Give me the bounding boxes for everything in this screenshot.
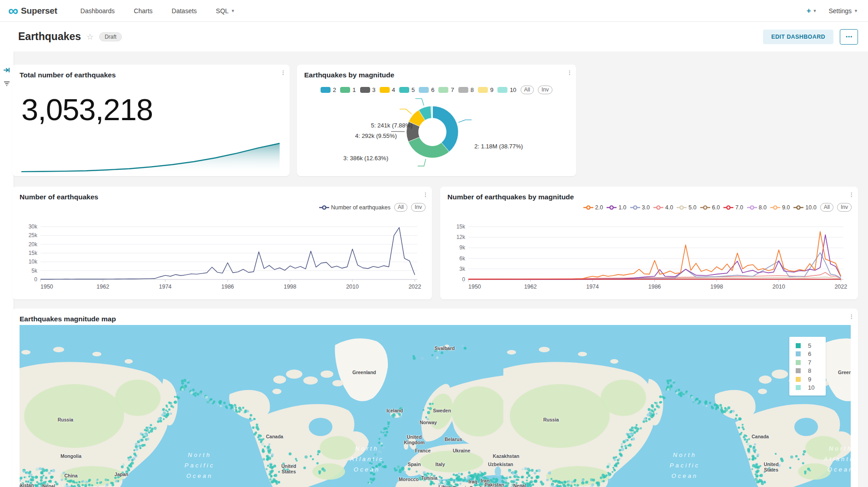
donut-slice-1[interactable] [408,137,449,158]
map-label-egypt: Egypt [453,485,466,487]
series-legend-7.0[interactable]: 7.0 [723,204,743,211]
chevron-down-icon: ▼ [813,9,817,13]
map-legend-item-6[interactable]: 6 [796,350,826,359]
map-legend-item-9[interactable]: 9 [796,375,826,384]
x-tick-label: 2010 [346,284,359,290]
x-tick-label: 1950 [40,284,53,290]
y-tick-label: 0 [462,276,465,283]
kebab-menu-icon[interactable]: ⁝ [850,192,853,198]
expand-filter-bar-button[interactable] [0,64,14,76]
legend-label: 2.0 [595,204,603,211]
legend-inv-button[interactable]: Inv [411,203,426,212]
chart-title: Number of earthquakes by magnitude [447,193,851,201]
series-line-1.0 [468,235,841,279]
map-label-tunisia: Tunisia [421,475,437,481]
brand-name: Superset [21,6,57,16]
legend-swatch [796,377,801,382]
donut-slice-2[interactable] [432,106,458,152]
map-legend-item-10[interactable]: 10 [796,384,826,392]
kebab-menu-icon[interactable]: ⁝ [568,70,571,76]
map-label-mongolia: Mongolia [60,453,81,459]
pie-callout-3: 3: 386k (12.63%) [343,155,388,162]
donut-chart[interactable]: 2: 1.18M (38.77%)1: 921k (30.16%)3: 386k… [297,92,576,176]
legend-label: 8 [808,367,811,374]
arrow-right-to-bar-icon [3,67,10,73]
multiline-chart[interactable]: 03k6k9k12k15k195019621974198619982010202… [445,222,850,297]
nav-item-charts[interactable]: Charts [124,7,162,15]
map-label-sweden: Sweden [433,408,451,413]
series-legend-2.0[interactable]: 2.0 [583,204,603,211]
x-tick-label: 1998 [284,284,296,290]
map-label-spain: Spain [408,462,421,467]
settings-menu[interactable]: Settings▼ [828,7,858,15]
map-label-united-states: United States [764,462,779,472]
map-label-morocco: Morocco [399,477,419,482]
x-tick-label: 1974 [159,284,172,290]
legend-line-marker [700,205,710,210]
legend-swatch [796,360,801,365]
trendline-sparkline [20,140,282,175]
map-label-united-states: United States [281,463,296,474]
favorite-star-icon[interactable]: ☆ [86,32,94,42]
map-label-canada: Canada [752,434,769,439]
nav-item-datasets[interactable]: Datasets [162,7,206,15]
kebab-menu-icon[interactable]: ⁝ [850,314,853,320]
kebab-menu-icon[interactable]: ⁝ [424,192,426,198]
legend-label: 8.0 [759,204,767,211]
line-chart[interactable]: 05k10k15k20k25k30k1950196219741986199820… [17,222,424,297]
legend-all-button[interactable]: All [820,203,833,212]
big-number-value: 3,053,218 [21,92,282,127]
series-legend-Number of earthquakes[interactable]: Number of earthquakes [319,204,391,211]
add-new-button[interactable]: +▼ [807,6,817,15]
legend-label: 5.0 [688,204,696,211]
map-legend-item-7[interactable]: 7 [796,358,826,367]
nav-menu: Dashboards Charts Datasets SQL▼ [71,7,245,15]
x-tick-label: 2022 [834,284,847,290]
map-legend-item-5[interactable]: 5 [796,341,826,350]
legend-swatch [796,385,801,390]
series-legend-10.0[interactable]: 10.0 [793,204,816,211]
map-label-ukraine: Ukraine [453,448,471,453]
world-map[interactable]: SvalbardGreenlandGreenlandRussiaRussiaIc… [20,325,851,487]
line-legend: Number of earthquakesAllInv [319,203,426,212]
y-tick-label: 10k [29,259,38,265]
legend-label: 9.0 [782,204,790,211]
chart-title: Total number of earthquakes [20,71,282,79]
filter-icon[interactable] [0,78,14,90]
map-label-greenland: Greenland [352,370,376,375]
legend-inv-button[interactable]: Inv [837,203,852,212]
map-label-china: China [64,473,77,478]
map-label-canada: Canada [266,434,283,439]
x-tick-label: 1986 [648,284,661,290]
series-legend-4.0[interactable]: 4.0 [653,204,673,211]
nav-item-sql[interactable]: SQL▼ [206,7,245,15]
legend-line-marker [770,205,780,210]
nav-item-dashboards[interactable]: Dashboards [71,7,125,15]
ocean-label: North Pacific Ocean [670,450,700,481]
x-tick-label: 2010 [773,284,785,290]
y-tick-label: 25k [29,232,38,238]
series-legend-3.0[interactable]: 3.0 [630,204,650,211]
superset-logo[interactable]: ∞ Superset [8,5,57,17]
series-legend-8.0[interactable]: 8.0 [747,204,767,211]
kebab-menu-icon[interactable]: ⁝ [282,70,284,76]
legend-swatch [796,368,801,373]
dashboard-more-button[interactable]: ⋯ [840,29,858,45]
map-legend-item-8[interactable]: 8 [796,367,826,375]
series-legend-5.0[interactable]: 5.0 [677,204,696,211]
series-legend-1.0[interactable]: 1.0 [607,204,626,211]
edit-dashboard-button[interactable]: EDIT DASHBOARD [763,30,833,44]
legend-label: 6.0 [712,204,720,211]
series-legend-6.0[interactable]: 6.0 [700,204,720,211]
legend-line-marker [723,205,733,210]
y-tick-label: 6k [459,255,466,262]
chart-card-number-of-earthquakes: Number of earthquakes ⁝ Number of earthq… [12,187,432,299]
chart-card-total-earthquakes: Total number of earthquakes ⁝ 3,053,218 [12,65,290,176]
legend-swatch [796,343,801,348]
y-tick-label: 5k [31,268,38,274]
legend-all-button[interactable]: All [394,203,407,212]
legend-line-marker [630,205,640,210]
y-tick-label: 15k [29,250,38,256]
top-nav: ∞ Superset Dashboards Charts Datasets SQ… [0,0,868,22]
series-legend-9.0[interactable]: 9.0 [770,204,790,211]
